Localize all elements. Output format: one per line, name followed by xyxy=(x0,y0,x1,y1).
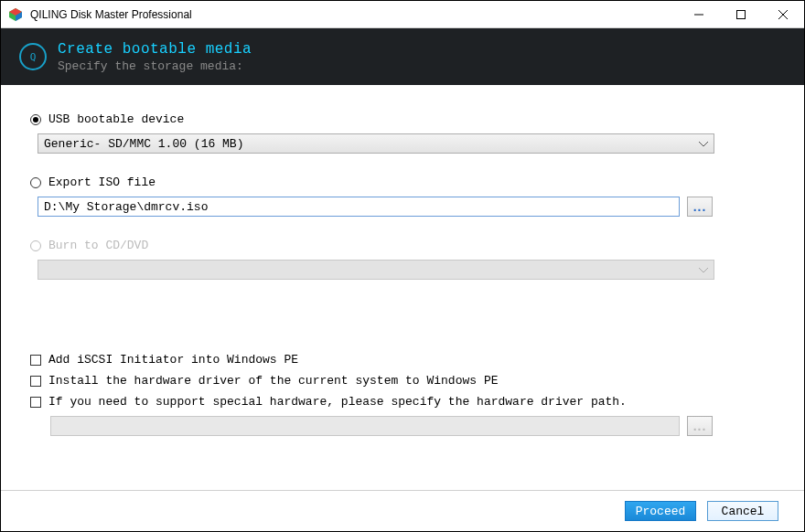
app-icon xyxy=(8,7,23,22)
iso-browse-button[interactable]: ... xyxy=(687,197,713,217)
iso-path-value: D:\My Storage\dmrcv.iso xyxy=(44,200,208,214)
chevron-down-icon xyxy=(699,263,708,277)
driver-path-browse-button: ... xyxy=(687,416,713,436)
checkbox-hwdriver[interactable] xyxy=(30,376,41,387)
chevron-down-icon xyxy=(699,137,708,151)
radio-iso[interactable] xyxy=(30,177,41,188)
page-header: Q Create bootable media Specify the stor… xyxy=(1,28,804,85)
usb-device-value: Generic- SD/MMC 1.00 (16 MB) xyxy=(44,137,243,151)
iso-path-input[interactable]: D:\My Storage\dmrcv.iso xyxy=(38,197,680,217)
brand-logo-icon: Q xyxy=(19,43,47,70)
minimize-button[interactable] xyxy=(678,1,720,28)
close-button[interactable] xyxy=(762,1,804,28)
content-area: USB bootable device Generic- SD/MMC 1.00… xyxy=(1,85,804,490)
option-cddvd-label: Burn to CD/DVD xyxy=(48,239,148,252)
option-cddvd-row: Burn to CD/DVD xyxy=(30,239,775,252)
option-usb-label[interactable]: USB bootable device xyxy=(48,112,184,126)
window-title: QILING Disk Master Professional xyxy=(30,8,678,21)
title-bar: QILING Disk Master Professional xyxy=(1,1,804,28)
footer-bar: Proceed Cancel xyxy=(1,490,804,531)
driver-path-input xyxy=(50,416,680,436)
checkbox-hwdriver-label[interactable]: Install the hardware driver of the curre… xyxy=(48,374,498,388)
checkbox-special-label[interactable]: If you need to support special hardware,… xyxy=(48,395,627,409)
maximize-button[interactable] xyxy=(720,1,762,28)
page-subtitle: Specify the storage media: xyxy=(58,59,252,73)
option-usb-row: USB bootable device xyxy=(30,112,775,126)
radio-usb[interactable] xyxy=(30,114,41,125)
cddvd-device-dropdown xyxy=(38,260,714,280)
cancel-button[interactable]: Cancel xyxy=(707,501,778,521)
usb-device-dropdown[interactable]: Generic- SD/MMC 1.00 (16 MB) xyxy=(38,133,714,154)
checkbox-iscsi[interactable] xyxy=(30,355,41,366)
checkbox-special-row: If you need to support special hardware,… xyxy=(30,395,775,409)
radio-cddvd xyxy=(30,240,41,251)
proceed-button[interactable]: Proceed xyxy=(625,501,696,521)
page-title: Create bootable media xyxy=(58,41,252,58)
svg-rect-4 xyxy=(737,10,746,18)
checkbox-iscsi-label[interactable]: Add iSCSI Initiator into Windows PE xyxy=(48,353,298,367)
checkbox-hwdriver-row: Install the hardware driver of the curre… xyxy=(30,374,775,388)
option-iso-label[interactable]: Export ISO file xyxy=(48,176,156,189)
option-iso-row: Export ISO file xyxy=(30,176,775,189)
checkbox-special[interactable] xyxy=(30,397,41,408)
checkbox-iscsi-row: Add iSCSI Initiator into Windows PE xyxy=(30,353,775,367)
